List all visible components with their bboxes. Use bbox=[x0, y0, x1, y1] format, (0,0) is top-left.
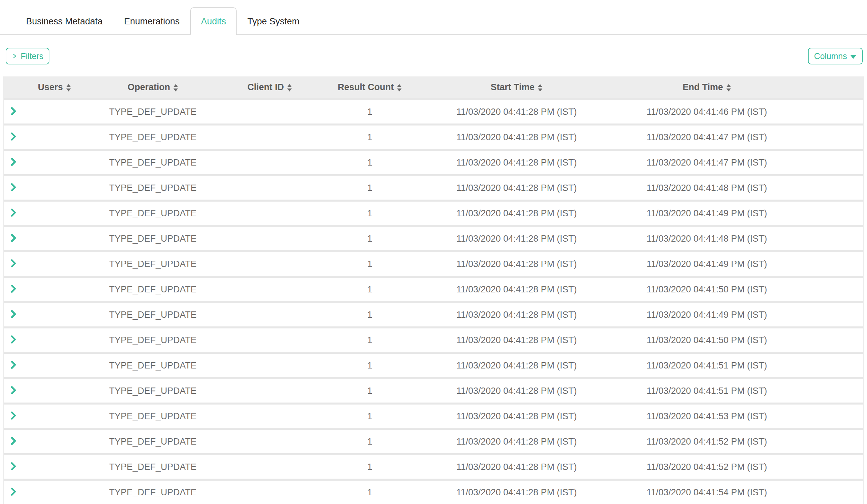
cell-end-time: 11/03/2020 04:41:48 PM (IST) bbox=[613, 225, 800, 250]
tab-enumerations[interactable]: Enumerations bbox=[114, 7, 191, 35]
cell-users bbox=[23, 250, 86, 276]
cell-result-count: 1 bbox=[320, 453, 420, 479]
expand-row-button[interactable] bbox=[7, 333, 19, 345]
cell-start-time: 11/03/2020 04:41:28 PM (IST) bbox=[420, 124, 613, 149]
filters-button[interactable]: Filters bbox=[6, 48, 50, 64]
chevron-right-icon bbox=[8, 131, 18, 141]
cell-end-time: 11/03/2020 04:41:51 PM (IST) bbox=[613, 352, 800, 377]
cell-end-time: 11/03/2020 04:41:49 PM (IST) bbox=[613, 301, 800, 326]
expand-row-button[interactable] bbox=[7, 409, 19, 421]
expand-row-button[interactable] bbox=[7, 435, 19, 447]
cell-operation: TYPE_DEF_UPDATE bbox=[86, 377, 220, 403]
cell-client-id bbox=[220, 200, 320, 225]
expand-row-button[interactable] bbox=[7, 486, 19, 498]
expand-row-button[interactable] bbox=[7, 130, 19, 142]
expand-row-button[interactable] bbox=[7, 308, 19, 320]
cell-users bbox=[23, 276, 86, 301]
cell-end-time: 11/03/2020 04:41:46 PM (IST) bbox=[613, 98, 800, 124]
table-row: TYPE_DEF_UPDATE 1 11/03/2020 04:41:28 PM… bbox=[4, 301, 863, 326]
cell-result-count: 1 bbox=[320, 326, 420, 352]
cell-end-time: 11/03/2020 04:41:53 PM (IST) bbox=[613, 403, 800, 428]
cell-operation: TYPE_DEF_UPDATE bbox=[86, 149, 220, 174]
cell-users bbox=[23, 377, 86, 403]
header-users[interactable]: Users bbox=[23, 76, 86, 98]
header-operation-label: Operation bbox=[128, 82, 170, 93]
cell-expander bbox=[4, 377, 23, 403]
table-row: TYPE_DEF_UPDATE 1 11/03/2020 04:41:28 PM… bbox=[4, 428, 863, 453]
cell-end-time: 11/03/2020 04:41:51 PM (IST) bbox=[613, 377, 800, 403]
chevron-right-icon bbox=[8, 461, 18, 471]
header-start-time-label: Start Time bbox=[491, 82, 535, 93]
columns-button[interactable]: Columns bbox=[808, 48, 863, 64]
cell-client-id bbox=[220, 174, 320, 200]
cell-users bbox=[23, 124, 86, 149]
expand-row-button[interactable] bbox=[7, 257, 19, 269]
cell-end-time: 11/03/2020 04:41:49 PM (IST) bbox=[613, 250, 800, 276]
cell-end-time: 11/03/2020 04:41:50 PM (IST) bbox=[613, 326, 800, 352]
cell-users bbox=[23, 403, 86, 428]
cell-end-time: 11/03/2020 04:41:47 PM (IST) bbox=[613, 124, 800, 149]
cell-expander bbox=[4, 453, 23, 479]
cell-expander bbox=[4, 326, 23, 352]
header-result-count[interactable]: Result Count bbox=[320, 76, 420, 98]
table-row: TYPE_DEF_UPDATE 1 11/03/2020 04:41:28 PM… bbox=[4, 149, 863, 174]
header-users-label: Users bbox=[38, 82, 63, 93]
cell-operation: TYPE_DEF_UPDATE bbox=[86, 98, 220, 124]
cell-client-id bbox=[220, 149, 320, 174]
header-end-time-label: End Time bbox=[683, 82, 723, 93]
tab-business-metadata[interactable]: Business Metadata bbox=[15, 7, 114, 35]
cell-operation: TYPE_DEF_UPDATE bbox=[86, 200, 220, 225]
cell-result-count: 1 bbox=[320, 98, 420, 124]
cell-filler bbox=[800, 479, 863, 504]
expand-row-button[interactable] bbox=[7, 460, 19, 472]
cell-users bbox=[23, 200, 86, 225]
expand-row-button[interactable] bbox=[7, 156, 19, 168]
chevron-right-icon bbox=[8, 487, 18, 497]
header-client-id[interactable]: Client ID bbox=[220, 76, 320, 98]
expand-row-button[interactable] bbox=[7, 359, 19, 371]
cell-start-time: 11/03/2020 04:41:28 PM (IST) bbox=[420, 428, 613, 453]
expand-row-button[interactable] bbox=[7, 105, 19, 117]
cell-start-time: 11/03/2020 04:41:28 PM (IST) bbox=[420, 149, 613, 174]
header-operation[interactable]: Operation bbox=[86, 76, 220, 98]
expand-row-button[interactable] bbox=[7, 207, 19, 218]
expand-row-button[interactable] bbox=[7, 181, 19, 193]
header-expander bbox=[4, 76, 23, 98]
cell-operation: TYPE_DEF_UPDATE bbox=[86, 326, 220, 352]
cell-expander bbox=[4, 403, 23, 428]
cell-end-time: 11/03/2020 04:41:50 PM (IST) bbox=[613, 276, 800, 301]
table-row: TYPE_DEF_UPDATE 1 11/03/2020 04:41:28 PM… bbox=[4, 377, 863, 403]
tab-bar: Business Metadata Enumerations Audits Ty… bbox=[0, 0, 867, 35]
tab-type-system[interactable]: Type System bbox=[237, 7, 310, 35]
table-row: TYPE_DEF_UPDATE 1 11/03/2020 04:41:28 PM… bbox=[4, 124, 863, 149]
cell-end-time: 11/03/2020 04:41:47 PM (IST) bbox=[613, 149, 800, 174]
expand-row-button[interactable] bbox=[7, 232, 19, 244]
sort-icon bbox=[397, 84, 402, 92]
chevron-right-icon bbox=[8, 410, 18, 420]
tab-audits[interactable]: Audits bbox=[190, 7, 237, 35]
cell-expander bbox=[4, 250, 23, 276]
chevron-right-icon bbox=[8, 360, 18, 370]
cell-end-time: 11/03/2020 04:41:48 PM (IST) bbox=[613, 174, 800, 200]
expand-row-button[interactable] bbox=[7, 283, 19, 295]
cell-result-count: 1 bbox=[320, 250, 420, 276]
cell-client-id bbox=[220, 403, 320, 428]
cell-filler bbox=[800, 149, 863, 174]
table-row: TYPE_DEF_UPDATE 1 11/03/2020 04:41:28 PM… bbox=[4, 479, 863, 504]
cell-expander bbox=[4, 479, 23, 504]
cell-result-count: 1 bbox=[320, 225, 420, 250]
cell-operation: TYPE_DEF_UPDATE bbox=[86, 225, 220, 250]
cell-filler bbox=[800, 403, 863, 428]
table-row: TYPE_DEF_UPDATE 1 11/03/2020 04:41:28 PM… bbox=[4, 174, 863, 200]
chevron-right-icon bbox=[8, 182, 18, 192]
cell-operation: TYPE_DEF_UPDATE bbox=[86, 453, 220, 479]
cell-start-time: 11/03/2020 04:41:28 PM (IST) bbox=[420, 225, 613, 250]
table-row: TYPE_DEF_UPDATE 1 11/03/2020 04:41:28 PM… bbox=[4, 250, 863, 276]
cell-operation: TYPE_DEF_UPDATE bbox=[86, 276, 220, 301]
cell-client-id bbox=[220, 377, 320, 403]
cell-operation: TYPE_DEF_UPDATE bbox=[86, 174, 220, 200]
expand-row-button[interactable] bbox=[7, 384, 19, 396]
table-row: TYPE_DEF_UPDATE 1 11/03/2020 04:41:28 PM… bbox=[4, 276, 863, 301]
header-start-time[interactable]: Start Time bbox=[420, 76, 613, 98]
header-end-time[interactable]: End Time bbox=[613, 76, 800, 98]
